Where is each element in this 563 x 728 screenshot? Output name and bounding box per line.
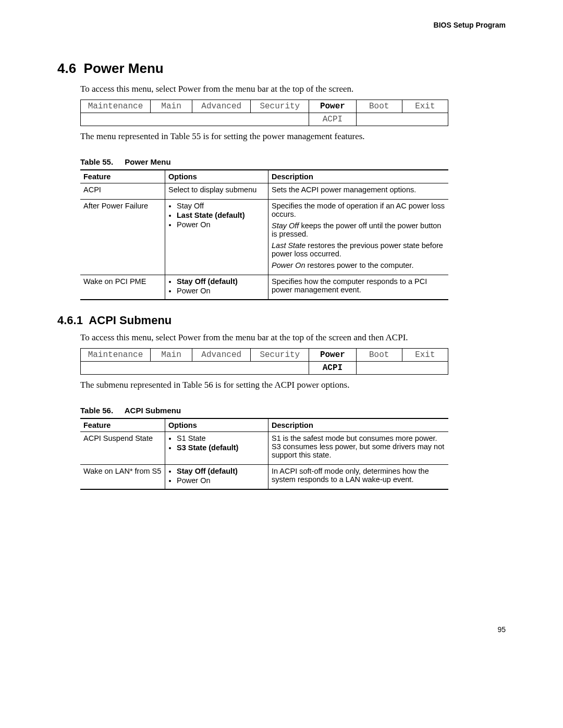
menubar-item: Main — [150, 349, 192, 362]
caption-number: Table 55. — [80, 157, 113, 166]
menubar-empty — [192, 113, 251, 126]
caption-number: Table 56. — [80, 406, 113, 415]
desc-line: S1 is the safest mode but consumes more … — [272, 434, 445, 459]
menubar-item: Security — [251, 349, 309, 362]
section-title: Power Menu — [84, 60, 164, 76]
subsection-heading: 4.6.1 ACPI Submenu — [57, 314, 506, 327]
menubar-item: Advanced — [192, 349, 251, 362]
menubar-subitem: ACPI — [309, 362, 356, 375]
menubar-empty — [150, 362, 192, 375]
option-item: S3 State (default) — [177, 443, 265, 452]
table-header: Feature — [80, 418, 165, 432]
cell-options: Stay OffLast State (default)Power On — [165, 200, 268, 275]
option-item: Last State (default) — [177, 211, 265, 219]
menubar-empty — [81, 113, 151, 126]
option-item: Power On — [177, 220, 265, 229]
menubar-empty — [402, 362, 448, 375]
table-56-caption: Table 56. ACPI Submenu — [80, 406, 506, 415]
menubar-item: Power — [309, 349, 356, 362]
menubar-item: Exit — [402, 100, 448, 113]
cell-options: S1 StateS3 State (default) — [165, 432, 268, 465]
menubar-empty — [192, 362, 251, 375]
cell-description: Sets the ACPI power management options. — [268, 183, 449, 200]
desc-line: Power On restores power to the computer. — [272, 261, 445, 269]
table-55-caption: Table 55. Power Menu — [80, 157, 506, 166]
table-header: Description — [268, 418, 449, 432]
cell-feature: Wake on PCI PME — [80, 275, 165, 300]
running-header: BIOS Setup Program — [57, 21, 506, 29]
menubar-item: Exit — [402, 349, 448, 362]
table-55: FeatureOptionsDescriptionACPISelect to d… — [80, 169, 448, 300]
subsection-intro: To access this menu, select Power from t… — [80, 332, 506, 343]
cell-feature: Wake on LAN* from S5 — [80, 465, 165, 490]
caption-title: ACPI Submenu — [125, 406, 181, 415]
menubar-empty — [81, 362, 151, 375]
subsection-title: ACPI Submenu — [89, 314, 172, 327]
menubar-item: Maintenance — [81, 100, 151, 113]
menubar-empty — [356, 113, 402, 126]
cell-description: In ACPI soft-off mode only, determines h… — [268, 465, 449, 490]
desc-line: Sets the ACPI power management options. — [272, 186, 445, 194]
cell-options: Stay Off (default)Power On — [165, 465, 268, 490]
table-header: Feature — [80, 170, 165, 183]
cell-options: Stay Off (default)Power On — [165, 275, 268, 300]
desc-line: Specifies how the computer responds to a… — [272, 277, 445, 294]
option-item: Stay Off (default) — [177, 277, 265, 286]
menubar-empty — [356, 362, 402, 375]
desc-line: In ACPI soft-off mode only, determines h… — [272, 467, 445, 484]
bios-menubar-1: MaintenanceMainAdvancedSecurityPowerBoot… — [80, 100, 448, 126]
option-item: Stay Off (default) — [177, 467, 265, 475]
menubar-empty — [402, 113, 448, 126]
menubar-item: Boot — [356, 100, 402, 113]
option-item: Stay Off — [177, 202, 265, 210]
section-aftermenu: The menu represented in Table 55 is for … — [80, 131, 506, 142]
table-header: Description — [268, 170, 449, 183]
desc-line: Specifies the mode of operation if an AC… — [272, 202, 445, 218]
desc-line: Stay Off keeps the power off until the p… — [272, 221, 445, 238]
section-heading: 4.6 Power Menu — [57, 60, 506, 77]
cell-feature: ACPI — [80, 183, 165, 200]
table-header: Options — [165, 170, 268, 183]
menubar-item: Security — [251, 100, 309, 113]
menubar-item: Maintenance — [81, 349, 151, 362]
option-item: S1 State — [177, 434, 265, 442]
option-item: Power On — [177, 476, 265, 485]
caption-title: Power Menu — [125, 157, 170, 166]
menubar-empty — [251, 362, 309, 375]
cell-feature: After Power Failure — [80, 200, 165, 275]
option-item: Power On — [177, 287, 265, 295]
cell-description: Specifies how the computer responds to a… — [268, 275, 449, 300]
menubar-subitem: ACPI — [309, 113, 356, 126]
cell-options: Select to display submenu — [165, 183, 268, 200]
desc-line: Last State restores the previous power s… — [272, 241, 445, 258]
menubar-item: Boot — [356, 349, 402, 362]
section-number: 4.6 — [57, 60, 76, 76]
cell-description: S1 is the safest mode but consumes more … — [268, 432, 449, 465]
menubar-item: Main — [150, 100, 192, 113]
subsection-number: 4.6.1 — [57, 314, 83, 327]
subsection-aftermenu: The submenu represented in Table 56 is f… — [80, 380, 506, 390]
bios-menubar-2: MaintenanceMainAdvancedSecurityPowerBoot… — [80, 348, 448, 375]
cell-description: Specifies the mode of operation if an AC… — [268, 200, 449, 275]
cell-feature: ACPI Suspend State — [80, 432, 165, 465]
menubar-empty — [150, 113, 192, 126]
menubar-empty — [251, 113, 309, 126]
table-header: Options — [165, 418, 268, 432]
page-number: 95 — [57, 625, 506, 634]
menubar-item: Advanced — [192, 100, 251, 113]
table-56: FeatureOptionsDescriptionACPI Suspend St… — [80, 418, 448, 490]
section-intro: To access this menu, select Power from t… — [80, 84, 506, 94]
menubar-item: Power — [309, 100, 356, 113]
